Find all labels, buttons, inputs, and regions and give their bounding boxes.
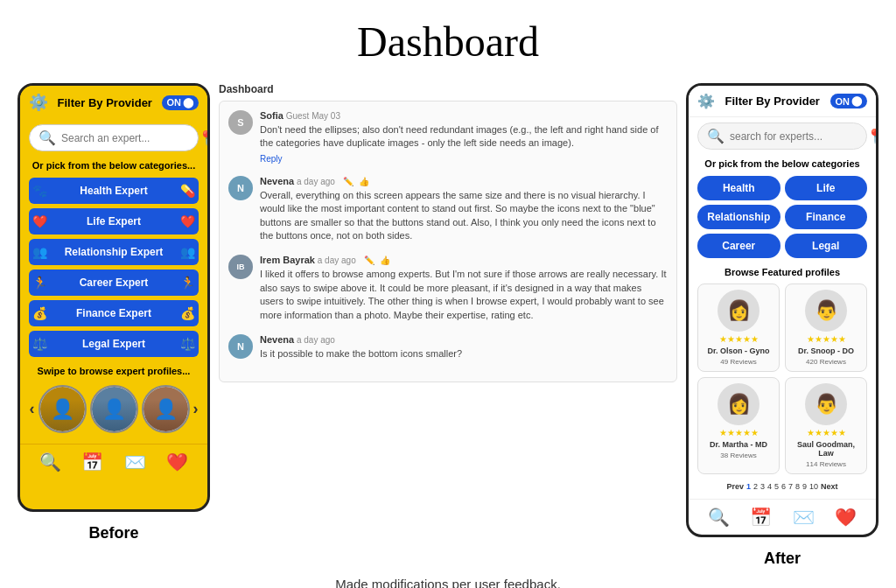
after-phone: ⚙️ Filter By Provider ON ⬤ 🔍 📍 Or pick f… <box>686 83 878 537</box>
search-icon: 🔍 <box>38 130 56 146</box>
chevron-right-icon[interactable]: › <box>193 400 199 418</box>
career-left-icon: 🏃 <box>32 276 47 290</box>
page-6[interactable]: 6 <box>781 482 786 491</box>
before-nav-search-icon[interactable]: 🔍 <box>39 452 61 472</box>
page-7[interactable]: 7 <box>788 482 793 491</box>
before-bottom-nav: 🔍 📅 ✉️ ❤️ <box>20 444 207 480</box>
before-cat-finance-label: Finance Expert <box>76 307 151 319</box>
before-header: ⚙️ Filter By Provider ON ⬤ <box>20 86 207 119</box>
before-profile-1: 👤 <box>38 385 87 433</box>
finance-right-icon: 💰 <box>180 306 195 320</box>
stars-4: ★★★★★ <box>807 428 846 438</box>
before-profile-swipe: ‹ 👤 👤 👤 › <box>20 382 207 437</box>
comment-3: IB Irem Bayrak a day ago ✏️ 👍 I liked it… <box>228 255 668 322</box>
after-search-input[interactable] <box>730 130 861 143</box>
after-nav-heart-icon[interactable]: ❤️ <box>835 507 857 528</box>
after-nav-calendar-icon[interactable]: 📅 <box>750 507 772 528</box>
after-toggle[interactable]: ON ⬤ <box>830 94 868 108</box>
middle-section: Dashboard S Sofia Guest May 03 Don't nee… <box>219 83 677 382</box>
before-search-container: 🔍 📍 <box>20 119 207 157</box>
comment-1-meta: Sofia Guest May 03 <box>260 110 668 121</box>
profile-card-1[interactable]: 👩 ★★★★★ Dr. Olson - Gyno 49 Reviews <box>697 284 780 372</box>
reply-button-1[interactable]: Reply <box>260 154 283 164</box>
profile-reviews-2: 420 Reviews <box>806 358 846 366</box>
stars-1: ★★★★★ <box>719 334 759 344</box>
page-2[interactable]: 2 <box>753 482 758 491</box>
profile-avatar-4: 👨 <box>805 383 847 425</box>
stars-3: ★★★★★ <box>719 428 759 438</box>
comment-2-body: Nevena a day ago ✏️ 👍 Overall, everythin… <box>260 176 668 243</box>
before-nav-calendar-icon[interactable]: 📅 <box>81 452 103 472</box>
page-4[interactable]: 4 <box>767 482 772 491</box>
after-category-grid: Health Life Relationship Finance Career … <box>689 172 876 262</box>
before-toggle[interactable]: ON ⬤ <box>162 95 200 110</box>
gear-icon[interactable]: ⚙️ <box>29 93 48 112</box>
profile-avatar-2: 👨 <box>805 290 847 332</box>
comment-4-body: Nevena a day ago Is it possible to make … <box>260 334 668 360</box>
before-cat-finance[interactable]: 💰 Finance Expert 💰 <box>29 300 199 326</box>
chevron-left-icon[interactable]: ‹ <box>30 400 35 418</box>
before-nav-heart-icon[interactable]: ❤️ <box>166 452 188 472</box>
after-pick-text: Or pick from the below categories <box>689 155 876 172</box>
before-cat-career-label: Career Expert <box>80 276 149 289</box>
before-search-input[interactable] <box>61 132 192 144</box>
profile-name-2: Dr. Snoop - DO <box>798 346 854 355</box>
after-cat-health[interactable]: Health <box>697 176 780 200</box>
comment-3-meta: Irem Bayrak a day ago ✏️ 👍 <box>260 255 668 265</box>
profile-card-3[interactable]: 👩 ★★★★★ Dr. Martha - MD 38 Reviews <box>697 377 780 474</box>
before-cat-career[interactable]: 🏃 Career Expert 🏃 <box>29 270 199 296</box>
like-icon[interactable]: 👍 <box>359 177 369 186</box>
page-9[interactable]: 9 <box>802 482 807 491</box>
profile-reviews-3: 38 Reviews <box>720 452 756 459</box>
comment-4-text: Is it possible to make the bottom icons … <box>260 347 668 360</box>
before-avatar-2: 👤 <box>92 387 136 431</box>
before-profile-2: 👤 <box>90 385 138 433</box>
page-10[interactable]: 10 <box>809 482 818 491</box>
edit-icon[interactable]: ✏️ <box>343 177 354 186</box>
profile-name-3: Dr. Martha - MD <box>710 440 767 449</box>
prev-button[interactable]: Prev <box>726 482 744 491</box>
stars-2: ★★★★★ <box>807 334 846 344</box>
after-search-bar[interactable]: 🔍 📍 <box>697 122 867 150</box>
after-gear-icon[interactable]: ⚙️ <box>697 93 715 109</box>
next-button[interactable]: Next <box>821 482 838 491</box>
profile-card-4[interactable]: 👨 ★★★★★ Saul Goodman, Law 114 Reviews <box>785 377 867 474</box>
edit-icon-2[interactable]: ✏️ <box>364 256 374 265</box>
page-3[interactable]: 3 <box>760 482 765 491</box>
before-cat-legal[interactable]: ⚖️ Legal Expert ⚖️ <box>29 331 199 357</box>
before-cat-health[interactable]: 🐾 Health Expert 💊 <box>29 178 199 204</box>
avatar-irem: IB <box>228 255 253 279</box>
page-1[interactable]: 1 <box>746 482 751 491</box>
page-5[interactable]: 5 <box>774 482 779 491</box>
after-cat-relationship[interactable]: Relationship <box>697 205 780 229</box>
before-cat-relationship[interactable]: 👥 Relationship Expert 👥 <box>29 239 199 265</box>
browse-title: Browse Featured profiles <box>689 262 876 280</box>
pagination: Prev 1 2 3 4 5 6 7 8 9 10 Next <box>689 478 876 495</box>
after-nav-mail-icon[interactable]: ✉️ <box>793 507 815 528</box>
life-left-icon: ❤️ <box>32 214 47 228</box>
after-label: After <box>764 550 801 568</box>
before-search-bar[interactable]: 🔍 📍 <box>29 124 199 151</box>
after-location-icon: 📍 <box>866 128 878 144</box>
like-icon-2[interactable]: 👍 <box>380 256 390 265</box>
comment-1-actions: Reply <box>260 154 668 164</box>
after-cat-finance[interactable]: Finance <box>785 205 868 229</box>
dashboard-label: Dashboard <box>219 83 677 95</box>
profile-card-2[interactable]: 👨 ★★★★★ Dr. Snoop - DO 420 Reviews <box>785 284 867 372</box>
comment-1-text: Don't need the ellipses; also don't need… <box>260 123 668 150</box>
comment-4-meta: Nevena a day ago <box>260 334 668 345</box>
after-nav-search-icon[interactable]: 🔍 <box>708 507 730 528</box>
page-8[interactable]: 8 <box>795 482 800 491</box>
comment-2: N Nevena a day ago ✏️ 👍 Overall, everyth… <box>228 176 668 243</box>
after-cat-career[interactable]: Career <box>697 234 780 258</box>
before-cat-life[interactable]: ❤️ Life Expert ❤️ <box>29 208 199 234</box>
legal-right-icon: ⚖️ <box>180 337 195 351</box>
before-nav-mail-icon[interactable]: ✉️ <box>124 452 146 472</box>
after-cat-life[interactable]: Life <box>785 176 868 200</box>
before-profile-3: 👤 <box>142 385 190 433</box>
after-filter-text: Filter By Provider <box>725 94 820 108</box>
after-cat-legal[interactable]: Legal <box>785 234 868 258</box>
before-avatar-3: 👤 <box>144 387 188 431</box>
comment-4: N Nevena a day ago Is it possible to mak… <box>228 334 668 360</box>
after-section: ⚙️ Filter By Provider ON ⬤ 🔍 📍 Or pick f… <box>686 83 878 568</box>
